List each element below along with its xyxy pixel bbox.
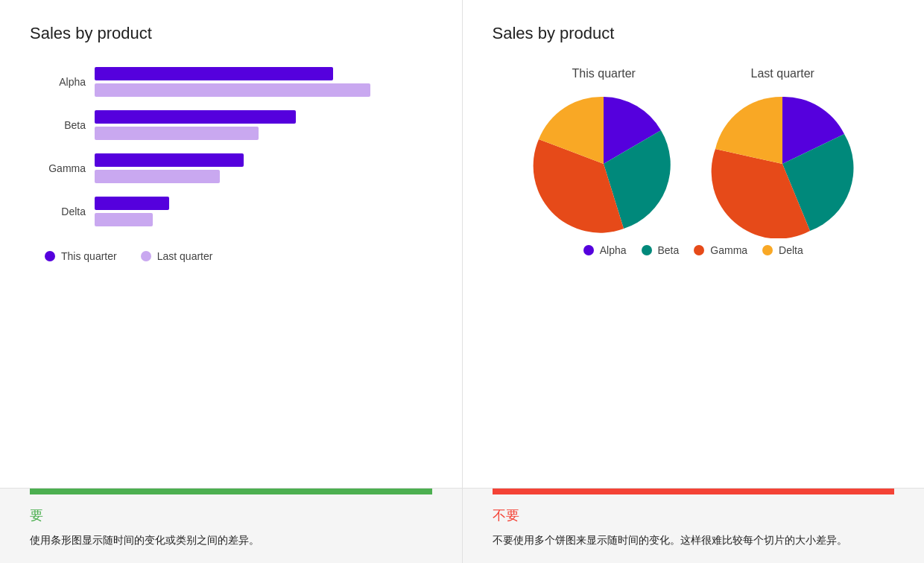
bar-beta-secondary (95, 127, 259, 140)
bar-beta-primary (95, 110, 296, 124)
pie-section: This quarter Last quarter (493, 67, 895, 238)
bar-alpha-secondary (95, 83, 370, 97)
bar-gamma-secondary (95, 170, 220, 183)
bar-chart-legend: This quarter Last quarter (45, 250, 432, 262)
pie-chart-title: Sales by product (493, 24, 895, 43)
bar-label-beta: Beta (45, 119, 86, 131)
bar-group-delta (95, 197, 169, 226)
pie-last-quarter: Last quarter (708, 67, 857, 238)
bottom-panel-do: 要 使用条形图显示随时间的变化或类别之间的差异。 (0, 489, 463, 563)
legend-dot-beta (642, 245, 652, 255)
bar-label-gamma: Gamma (45, 162, 86, 174)
bottom-row: 要 使用条形图显示随时间的变化或类别之间的差异。 不要 不要使用多个饼图来显示随… (0, 488, 924, 563)
legend-dot-secondary (141, 251, 151, 261)
bottom-panel-dont: 不要 不要使用多个饼图来显示随时间的变化。这样很难比较每个切片的大小差异。 (463, 489, 925, 563)
legend-item-last-quarter: Last quarter (141, 250, 213, 262)
do-heading: 要 (30, 506, 432, 524)
legend-label-this-quarter: This quarter (61, 250, 117, 262)
table-row: Delta (45, 197, 432, 226)
bar-group-beta (95, 110, 296, 140)
pie-chart-panel: Sales by product This quarter Last q (463, 0, 925, 488)
legend-dot-delta (762, 245, 773, 255)
pie-this-quarter: This quarter (529, 67, 678, 238)
table-row: Alpha (45, 67, 432, 97)
bar-alpha-primary (95, 67, 333, 80)
legend-label-alpha: Alpha (600, 244, 627, 256)
pie-chart-this-quarter (529, 89, 678, 238)
table-row: Gamma (45, 153, 432, 183)
dont-heading: 不要 (493, 506, 895, 524)
legend-item-beta: Beta (642, 244, 680, 256)
accent-bar-red (493, 489, 895, 494)
pie-legend: Alpha Beta Gamma Delta (493, 244, 895, 256)
bar-gamma-primary (95, 153, 244, 167)
bar-delta-primary (95, 197, 169, 210)
legend-label-delta: Delta (779, 244, 803, 256)
legend-label-gamma: Gamma (710, 244, 747, 256)
bar-chart-panel: Sales by product Alpha Beta Gamma (0, 0, 463, 488)
do-text: 使用条形图显示随时间的变化或类别之间的差异。 (30, 532, 432, 548)
accent-bar-green (30, 489, 432, 494)
bar-delta-secondary (95, 213, 153, 226)
legend-item-gamma: Gamma (694, 244, 747, 256)
bar-label-alpha: Alpha (45, 76, 86, 88)
legend-label-last-quarter: Last quarter (157, 250, 213, 262)
bar-chart-title: Sales by product (30, 24, 432, 43)
legend-item-this-quarter: This quarter (45, 250, 117, 262)
bar-chart: Alpha Beta Gamma (45, 67, 432, 226)
pie-chart-last-quarter (708, 89, 857, 238)
legend-item-delta: Delta (762, 244, 803, 256)
legend-dot-primary (45, 251, 55, 261)
legend-item-alpha: Alpha (583, 244, 627, 256)
pie-this-quarter-label: This quarter (572, 67, 636, 80)
table-row: Beta (45, 110, 432, 140)
pie-last-quarter-label: Last quarter (751, 67, 814, 80)
bar-group-alpha (95, 67, 370, 97)
legend-dot-gamma (694, 245, 704, 255)
legend-dot-alpha (583, 245, 594, 255)
bar-group-gamma (95, 153, 244, 183)
legend-label-beta: Beta (658, 244, 680, 256)
bar-label-delta: Delta (45, 206, 86, 217)
dont-text: 不要使用多个饼图来显示随时间的变化。这样很难比较每个切片的大小差异。 (493, 532, 895, 548)
